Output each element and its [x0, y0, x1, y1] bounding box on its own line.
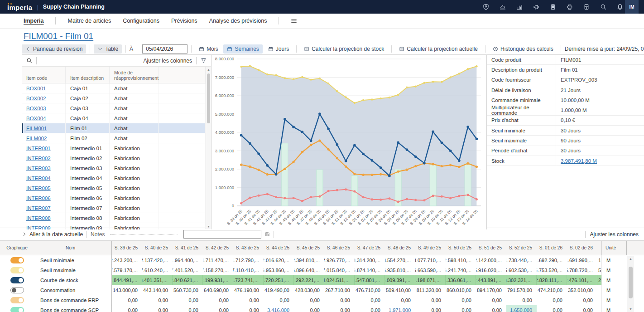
notes-input[interactable] [183, 230, 261, 239]
scroll-down-arrow[interactable]: ▼ [627, 307, 634, 312]
item-row-BOX004[interactable]: BOX004Caja 04Achat [22, 113, 211, 123]
item-row-INTER006[interactable]: INTER006Intermedio 06Fabrication [22, 193, 211, 203]
column-header[interactable]: Mode de réapprovisionnement [110, 67, 159, 83]
printer-icon[interactable] [567, 4, 573, 10]
week-column-header[interactable]: S. 44 de 25 [264, 241, 294, 255]
week-column-header[interactable]: S. 43 de 25 [233, 241, 264, 255]
week-value-cell: 2.243.200,... [112, 255, 142, 265]
series-visibility-toggle[interactable] [10, 307, 24, 312]
scrollbar-thumb[interactable] [629, 267, 633, 298]
week-column-header[interactable]: S. 49 de 25 [415, 241, 446, 255]
user-avatar[interactable]: IM [625, 0, 639, 14]
item-code-link[interactable]: FILM001 [26, 126, 47, 131]
service-bell-icon[interactable] [500, 4, 506, 10]
item-code-link[interactable]: INTER007 [26, 205, 51, 211]
clipboard-icon[interactable] [550, 4, 556, 10]
nav-item-imperia[interactable]: Imperia [24, 18, 43, 24]
item-row-INTER007[interactable]: INTER007Intermedio 07Fabrication [22, 203, 211, 213]
scrollbar-thumb[interactable] [207, 73, 210, 123]
nav-item-pr-visions[interactable]: Prévisions [171, 18, 197, 24]
megaphone-icon[interactable] [533, 4, 539, 10]
series-visibility-toggle[interactable] [10, 257, 24, 263]
item-row-INTER001[interactable]: INTER001Intermedio 01Fabrication [22, 143, 211, 153]
item-row-INTER005[interactable]: INTER005Intermedio 05Fabrication [22, 183, 211, 193]
week-column-header[interactable]: S. 48 de 25 [385, 241, 415, 255]
week-column-header[interactable]: S. 40 de 25 [142, 241, 173, 255]
week-column-header[interactable]: S. 46 de 25 [324, 241, 355, 255]
granularity-jours-button[interactable]: Jours [264, 44, 293, 54]
week-column-header[interactable]: S. 45 de 25 [294, 241, 324, 255]
item-code-link[interactable]: BOX001 [26, 86, 46, 91]
item-code-link[interactable]: INTER009 [26, 225, 51, 230]
week-column-header[interactable]: S. 39 de 25 [112, 241, 142, 255]
granularity-semaines-button[interactable]: Semaines [223, 44, 262, 54]
week-column-header[interactable]: S. 01 de 26 [537, 241, 567, 255]
revision-panel-button[interactable]: Panneau de révision [22, 44, 86, 54]
bottom-adjust-columns-button[interactable]: Ajuster les colonnes [590, 231, 639, 238]
item-code-link[interactable]: FILM002 [26, 136, 47, 141]
nav-item-ma-tre-de-articles[interactable]: Maître de articles [67, 18, 111, 24]
series-visibility-toggle[interactable] [10, 297, 24, 303]
items-scrollbar[interactable]: ▲ ▼ [206, 67, 211, 229]
series-table-scrollbar[interactable]: ▲ ▼ [627, 256, 634, 312]
column-header[interactable]: Item description [66, 67, 110, 83]
series-visibility-toggle[interactable] [10, 277, 24, 283]
item-code-link[interactable]: BOX003 [26, 106, 46, 111]
table-view-button[interactable]: Table [94, 44, 122, 54]
item-code-link[interactable]: BOX004 [26, 116, 46, 121]
item-row-BOX003[interactable]: BOX003Caja 03Achat [22, 103, 211, 113]
items-table-body: BOX001Caja 01AchatBOX002Caja 02AchatBOX0… [22, 83, 211, 229]
week-column-header[interactable]: S. 42 de 25 [203, 241, 233, 255]
calc-history-button[interactable]: Historique des calculs [489, 44, 557, 54]
goto-current-date-button[interactable]: Aller à la date actuelle [22, 231, 83, 238]
item-row-FILM002[interactable]: FILM002Film 02Achat [22, 133, 211, 143]
scroll-up-arrow[interactable]: ▲ [206, 68, 211, 72]
hamburger-menu-icon[interactable] [291, 18, 297, 24]
item-row-FILM001[interactable]: FILM001Film 01Achat [22, 123, 211, 133]
shield-icon[interactable] [483, 4, 489, 10]
item-row-INTER008[interactable]: INTER008Intermedio 08Fabrication [22, 213, 211, 223]
nav-item-analyse-des-pr-visions[interactable]: Analyse des prévisions [209, 18, 267, 24]
item-code-link[interactable]: BOX002 [26, 96, 46, 101]
scroll-up-arrow[interactable]: ▲ [627, 257, 634, 261]
granularity-mois-button[interactable]: Mois [195, 44, 221, 54]
week-value-cell: 0,00 [324, 295, 355, 305]
item-row-INTER003[interactable]: INTER003Intermedio 03Fabrication [22, 163, 211, 173]
week-column-header[interactable]: S. 02 de 26 [567, 241, 597, 255]
item-row-BOX001[interactable]: BOX001Caja 01Achat [22, 83, 211, 93]
calc-current-projection-button[interactable]: Calculer la projection actuelle [395, 44, 481, 54]
nav-item-configurations[interactable]: Configurations [123, 18, 159, 24]
item-code-link[interactable]: INTER001 [26, 146, 51, 151]
page-title-link[interactable]: FILM001 - Film 01 [24, 31, 93, 41]
column-header[interactable]: Item code [22, 67, 66, 83]
item-code-link[interactable]: INTER004 [26, 176, 51, 181]
search-icon[interactable] [26, 58, 32, 63]
item-code-link[interactable]: INTER006 [26, 195, 51, 201]
item-code-link[interactable]: INTER002 [26, 156, 51, 161]
week-column-header[interactable]: S. 41 de 25 [173, 241, 203, 255]
date-input[interactable] [142, 44, 187, 54]
stats-icon[interactable] [516, 4, 523, 10]
item-row-INTER004[interactable]: INTER004Intermedio 04Fabrication [22, 173, 211, 183]
week-column-header[interactable]: S. 47 de 25 [355, 241, 385, 255]
scroll-down-arrow[interactable]: ▼ [206, 224, 211, 229]
stock-value-link[interactable]: 3.987.491,80 M [561, 158, 597, 164]
item-row-INTER002[interactable]: INTER002Intermedio 02Fabrication [22, 153, 211, 163]
item-code-link[interactable]: INTER008 [26, 215, 51, 221]
series-visibility-toggle[interactable] [10, 287, 24, 293]
calc-stock-projection-button[interactable]: Calculer la projection de stock [300, 44, 388, 54]
adjust-columns-button[interactable]: Ajuster les colonnes [144, 58, 192, 64]
filter-funnel-icon[interactable] [201, 58, 207, 63]
week-column-header[interactable]: S. 51 de 25 [476, 241, 506, 255]
item-row-BOX002[interactable]: BOX002Caja 02Achat [22, 93, 211, 103]
calculator-icon[interactable] [583, 4, 590, 10]
item-code-link[interactable]: INTER005 [26, 185, 51, 191]
week-column-header[interactable]: S. 50 de 25 [446, 241, 476, 255]
series-visibility-toggle[interactable] [10, 267, 24, 273]
notifications-bell-icon[interactable] [617, 4, 623, 10]
item-row-INTER009[interactable]: INTER009Intermedio 09Fabrication [22, 223, 211, 229]
save-notes-icon[interactable] [265, 232, 270, 237]
search-icon[interactable] [600, 4, 606, 10]
item-code-link[interactable]: INTER003 [26, 166, 51, 171]
week-column-header[interactable]: S. 52 de 25 [506, 241, 537, 255]
